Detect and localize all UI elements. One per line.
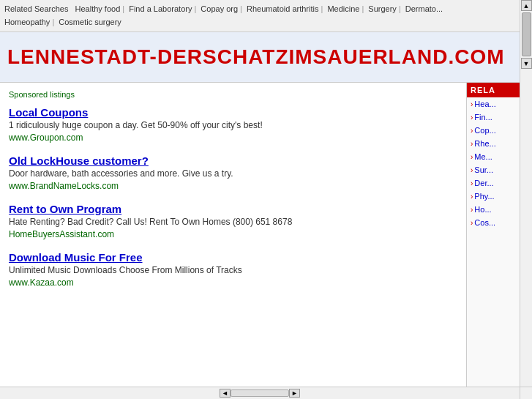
related-searches-label: Related Searches <box>4 4 68 13</box>
listing-desc-download-music: Unlimited Music Downloads Choose From Mi… <box>9 265 457 275</box>
topbar-link-medicine[interactable]: Medicine <box>327 4 359 13</box>
topbar-link-dermato[interactable]: Dermato... <box>405 4 443 13</box>
listing-url-local-coupons[interactable]: www.Groupon.com <box>9 133 83 143</box>
top-related-searches-bar: Related Searches Healthy food| Find a La… <box>0 0 532 32</box>
topbar-link-homeopathy[interactable]: Homeopathy <box>4 18 50 26</box>
scroll-right-button[interactable]: ► <box>289 389 300 398</box>
listing-download-music: Download Music For Free Unlimited Music … <box>9 251 457 288</box>
topbar-link-find-laboratory[interactable]: Find a Laboratory <box>129 4 192 13</box>
scroll-down-button[interactable]: ▼ <box>521 58 532 69</box>
sponsored-label: Sponsored listings <box>9 90 457 99</box>
topbar-link-cosmetic[interactable]: Cosmetic surgery <box>59 18 121 26</box>
listing-url-rent-to-own[interactable]: HomeBuyersAssistant.com <box>9 229 114 239</box>
listing-local-coupons: Local Coupons 1 ridiculously huge coupon… <box>9 106 457 143</box>
topbar-link-healthy-food[interactable]: Healthy food <box>75 4 121 13</box>
scrollbar-corner <box>520 387 532 399</box>
listing-desc-old-lockhouse: Door hardware, bath accessories and more… <box>9 168 457 179</box>
site-title: LENNESTADT-DERSCHATZIMSAUERLAND.COM <box>7 45 525 69</box>
topbar-link-copay-org[interactable]: Copay org <box>201 4 238 13</box>
scroll-up-button[interactable]: ▲ <box>521 0 532 11</box>
site-title-section: LENNESTADT-DERSCHATZIMSAUERLAND.COM <box>0 32 532 83</box>
listing-title-rent-to-own[interactable]: Rent to Own Program <box>9 203 457 215</box>
listing-desc-local-coupons: 1 ridiculously huge coupon a day. Get 50… <box>9 120 457 130</box>
horizontal-scrollbar[interactable]: ◄ ► <box>0 387 520 399</box>
main-layout: Sponsored listings Local Coupons 1 ridic… <box>0 83 532 394</box>
topbar-link-surgery[interactable]: Surgery <box>368 4 397 13</box>
listing-rent-to-own: Rent to Own Program Hate Renting? Bad Cr… <box>9 203 457 239</box>
left-content: Sponsored listings Local Coupons 1 ridic… <box>0 83 466 394</box>
topbar-link-rheumatoid[interactable]: Rheumatoid arthritis <box>247 4 318 13</box>
listing-desc-rent-to-own: Hate Renting? Bad Credit? Call Us! Rent … <box>9 217 457 227</box>
listing-old-lockhouse: Old LockHouse customer? Door hardware, b… <box>9 154 457 191</box>
scroll-thumb[interactable] <box>522 12 531 56</box>
listing-title-old-lockhouse[interactable]: Old LockHouse customer? <box>9 154 457 167</box>
listing-title-download-music[interactable]: Download Music For Free <box>9 251 457 264</box>
listing-url-download-music[interactable]: www.Kazaa.com <box>9 277 74 288</box>
scrollbar-track[interactable] <box>231 389 289 397</box>
listing-url-old-lockhouse[interactable]: www.BrandNameLocks.com <box>9 181 119 191</box>
vertical-scrollbar[interactable]: ▲ ▼ <box>520 0 532 387</box>
scroll-left-button[interactable]: ◄ <box>220 389 231 398</box>
listing-title-local-coupons[interactable]: Local Coupons <box>9 106 457 119</box>
